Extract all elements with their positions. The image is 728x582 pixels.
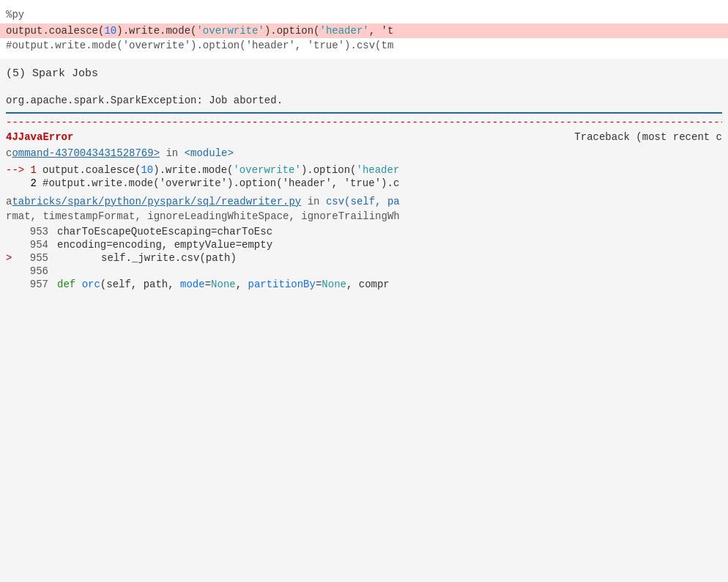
file-in: in — [301, 196, 326, 207]
format-text: rmat, timestampFormat, ignoreLeadingWhit… — [6, 210, 400, 222]
src-line-956: 956 — [6, 265, 722, 278]
magic-text: %py — [6, 9, 24, 21]
magic-line: %py — [0, 6, 728, 23]
src-code-955: self._jwrite.csv(path) — [57, 252, 237, 264]
src-spacer-956 — [6, 265, 21, 277]
exception-msg: org.apache.spark.SparkException: Job abo… — [6, 95, 283, 106]
source-block: 953 charToEscapeQuoteEscaping=charToEsc … — [6, 224, 722, 292]
file-path-link[interactable]: tabricks/spark/python/pyspark/sql/readwr… — [12, 196, 301, 207]
command-in: in — [160, 147, 185, 159]
exception-line: org.apache.spark.SparkException: Job abo… — [6, 92, 722, 109]
tb-code-2: #output.write.mode('overwrite').option('… — [42, 177, 399, 189]
command-line: command-4370043431528769> in <module> — [6, 146, 722, 161]
src-arrow-955: > — [6, 252, 21, 264]
traceback-code-block: --> 1 output.coalesce(10).write.mode('ov… — [6, 161, 722, 193]
src-line-955: > 955 self._jwrite.csv(path) — [6, 251, 722, 265]
tb-code-1: output.coalesce(10).write.mode('overwrit… — [42, 164, 399, 176]
command-link[interactable]: ommand-4370043431528769> — [12, 147, 160, 159]
code-text-1a: output.coalesce( — [6, 25, 104, 37]
tb-line-1: --> 1 output.coalesce(10).write.mode('ov… — [6, 163, 722, 177]
blue-divider — [6, 112, 722, 114]
src-line-954: 954 encoding=encoding, emptyValue=empty — [6, 238, 722, 251]
code-cell: %py output.coalesce(10).write.mode('over… — [0, 0, 728, 59]
src-code-957: def orc(self, path, mode=None, partition… — [57, 279, 390, 290]
code-number-1: 10 — [104, 25, 116, 37]
traceback-label: Traceback (most recent c — [574, 131, 722, 143]
code-text-1b: ).write.mode( — [116, 25, 196, 37]
src-code-953: charToEscapeQuoteEscaping=charToEsc — [57, 226, 272, 237]
src-spacer-953 — [6, 226, 21, 237]
code-comment-1: #output.write.mode('overwrite').option('… — [6, 40, 393, 51]
command-module: <module> — [185, 147, 234, 159]
notebook-container: %py output.coalesce(10).write.mode('over… — [0, 0, 728, 295]
src-line-957: 957 def orc(self, path, mode=None, parti… — [6, 278, 722, 291]
spark-jobs-label: (5) Spark Jobs — [6, 67, 98, 80]
code-text-1d: , 't — [369, 25, 394, 37]
src-code-954: encoding=encoding, emptyValue=empty — [57, 239, 272, 251]
src-line-953: 953 charToEscapeQuoteEscaping=charToEsc — [6, 225, 722, 238]
src-lineno-957: 957 — [21, 279, 57, 290]
code-line-2: #output.write.mode('overwrite').option('… — [0, 38, 728, 53]
src-spacer-957 — [6, 279, 21, 290]
spark-jobs-section: (5) Spark Jobs — [0, 59, 728, 89]
output-area: org.apache.spark.SparkException: Job abo… — [0, 89, 728, 295]
error-name: 4JJavaError — [6, 131, 73, 143]
code-string-1a: 'overwrite' — [196, 25, 264, 37]
traceback-header: 4JJavaError Traceback (most recent c — [6, 128, 722, 146]
output-block: org.apache.spark.SparkException: Job abo… — [0, 92, 728, 292]
file-path-line: atabricks/spark/python/pyspark/sql/readw… — [6, 193, 722, 209]
tb-arrow-1: --> 1 — [6, 164, 42, 176]
dashed-divider-text: ----------------------------------------… — [6, 117, 722, 128]
tb-line-2: 2 #output.write.mode('overwrite').option… — [6, 177, 722, 190]
code-text-1c: ).option( — [264, 25, 320, 37]
tb-spacer-2: 2 — [6, 177, 42, 189]
src-lineno-954: 954 — [21, 239, 57, 251]
format-line: rmat, timestampFormat, ignoreLeadingWhit… — [6, 209, 722, 224]
src-lineno-955: 955 — [21, 252, 57, 264]
file-func: csv(self, pa — [326, 196, 400, 207]
code-line-1: output.coalesce(10).write.mode('overwrit… — [0, 23, 728, 38]
code-string-1b: 'header' — [320, 25, 369, 37]
src-spacer-954 — [6, 239, 21, 251]
src-lineno-956: 956 — [21, 265, 57, 277]
src-lineno-953: 953 — [21, 226, 57, 237]
